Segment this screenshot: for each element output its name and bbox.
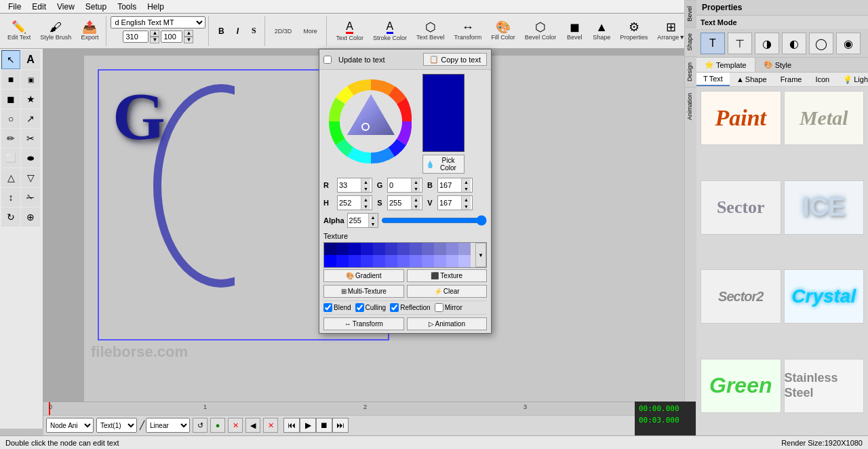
swatch[interactable] (361, 243, 373, 255)
play-button[interactable]: ▶ (300, 418, 316, 433)
style-card-sector2[interactable]: Sector2 (701, 269, 781, 324)
end-button[interactable]: ⏭ (332, 418, 349, 433)
shape-subtab[interactable]: ▲ Shape (730, 73, 774, 86)
properties-button[interactable]: ⚙ Properties (615, 17, 652, 45)
s-down[interactable]: ▼ (411, 203, 420, 210)
font-size-up[interactable]: ▲ (150, 30, 159, 37)
resize-tool[interactable]: ↕ (1, 188, 20, 207)
mode-icon-3[interactable]: ◑ (755, 33, 779, 54)
bevel-button[interactable]: ◼ Bevel (561, 17, 588, 45)
gradient-button[interactable]: 🎨 Gradient (323, 269, 404, 282)
swatch[interactable] (422, 243, 434, 255)
alpha-down[interactable]: ▼ (368, 220, 378, 227)
pick-color-button[interactable]: 💧 Pick Color (422, 155, 465, 174)
menu-edit[interactable]: Edit (26, 1, 52, 13)
color-wheel[interactable] (323, 74, 418, 169)
r-down[interactable]: ▼ (361, 185, 370, 192)
mode-icon-4[interactable]: ◐ (782, 33, 806, 54)
animation-side-tab[interactable]: Animation (685, 87, 696, 125)
add-key-button[interactable]: ✕ (228, 418, 243, 433)
g-input[interactable] (388, 178, 411, 192)
select-tool[interactable]: ↖ (1, 50, 20, 69)
swatch[interactable] (336, 255, 349, 267)
bevel-side-tab[interactable]: Bevel (685, 0, 696, 27)
swatch[interactable] (446, 243, 458, 255)
texture-button[interactable]: ⬛ Texture (407, 269, 488, 282)
node-anim-select[interactable]: Node Ani (46, 418, 94, 433)
swatch[interactable] (410, 243, 422, 255)
b-down[interactable]: ▼ (461, 185, 471, 192)
mode-icon-2[interactable]: ⊤ (728, 33, 752, 54)
swatch[interactable] (458, 255, 471, 267)
stop-button[interactable]: ⏹ (316, 418, 332, 433)
h-input[interactable] (338, 196, 361, 210)
font-selector[interactable]: d English Text MT (111, 16, 205, 28)
text-layer-select[interactable]: Text(1) (96, 418, 137, 433)
style-card-metal[interactable]: Metal (784, 91, 865, 145)
frame-subtab[interactable]: Frame (774, 73, 809, 86)
rotate-tool[interactable]: ↻ (1, 208, 20, 227)
style-card-sector[interactable]: Sector (701, 180, 781, 235)
refresh-button[interactable]: ↺ (193, 418, 208, 433)
swatch[interactable] (385, 255, 397, 267)
design-side-tab[interactable]: Design (685, 56, 696, 87)
stroke-color-button[interactable]: A Stroke Color (368, 17, 412, 45)
swatch[interactable] (397, 243, 410, 255)
style-brush-button[interactable]: 🖌 Style Brush (35, 17, 76, 45)
font-size-bottom-down[interactable]: ▼ (184, 37, 193, 43)
rect-tool[interactable]: ■ (1, 70, 20, 89)
swatch[interactable] (324, 243, 336, 255)
light-subtab[interactable]: 💡 Light (836, 73, 868, 86)
star-tool[interactable]: ★ (21, 90, 40, 109)
bevel-color-button[interactable]: ⬡ Bevel Color (520, 17, 561, 45)
italic-button[interactable]: I (229, 24, 245, 39)
pen-tool[interactable]: ✏ (1, 129, 20, 148)
menu-help[interactable]: Help (142, 1, 170, 13)
h-down[interactable]: ▼ (361, 203, 370, 210)
s-up[interactable]: ▲ (411, 196, 420, 203)
tri-tool[interactable]: △ (1, 168, 20, 187)
culling-checkbox[interactable] (355, 303, 364, 312)
bold-button[interactable]: B (213, 24, 229, 39)
shape-button[interactable]: ▲ Shape (588, 17, 615, 45)
h-up[interactable]: ▲ (361, 196, 370, 203)
oval-tool[interactable]: ⬬ (21, 149, 40, 168)
style-card-ice[interactable]: ICE (784, 180, 865, 235)
style-card-stainless[interactable]: Stainless Steel (784, 359, 865, 413)
mirror-checkbox[interactable] (435, 303, 443, 312)
menu-tools[interactable]: Tools (112, 1, 142, 13)
more-button[interactable]: More (296, 17, 323, 45)
export-button[interactable]: 📤 Export (76, 17, 103, 45)
record-button[interactable]: ● (210, 418, 225, 433)
rect2-tool[interactable]: ▣ (21, 70, 40, 89)
cut-tool[interactable]: ✁ (21, 188, 40, 207)
text-color-button[interactable]: A Text Color (331, 17, 368, 45)
menu-setup[interactable]: Setup (80, 1, 112, 13)
circle-tool[interactable]: ○ (1, 109, 20, 128)
swatch[interactable] (349, 255, 361, 267)
style-tab[interactable]: 🎨 Style (755, 58, 800, 72)
square-tool[interactable]: ◼ (1, 90, 20, 109)
update-to-text-checkbox[interactable] (323, 56, 332, 64)
swatch[interactable] (458, 243, 471, 255)
transform-button[interactable]: ↔ Transform (449, 17, 486, 45)
text-tool[interactable]: A (21, 50, 40, 69)
box-tool[interactable]: ⬜ (1, 149, 20, 168)
g-up[interactable]: ▲ (411, 178, 420, 185)
v-input[interactable] (438, 196, 461, 210)
alpha-slider[interactable] (381, 216, 487, 225)
mode-icon-1[interactable]: T (701, 33, 725, 54)
scissors-tool[interactable]: ✂ (21, 129, 40, 148)
prev-key-button[interactable]: ◀ (245, 418, 260, 433)
swatch[interactable] (446, 255, 458, 267)
tri2-tool[interactable]: ▽ (21, 168, 40, 187)
alpha-input[interactable] (348, 214, 368, 227)
swatch[interactable] (373, 243, 385, 255)
font-size-down[interactable]: ▼ (150, 37, 159, 43)
swatch[interactable] (410, 255, 422, 267)
menu-file[interactable]: File (3, 1, 26, 13)
style-card-crystal[interactable]: Crystal (784, 269, 865, 324)
r-input[interactable] (338, 178, 361, 192)
swatch[interactable] (434, 255, 446, 267)
swatch[interactable] (422, 255, 434, 267)
